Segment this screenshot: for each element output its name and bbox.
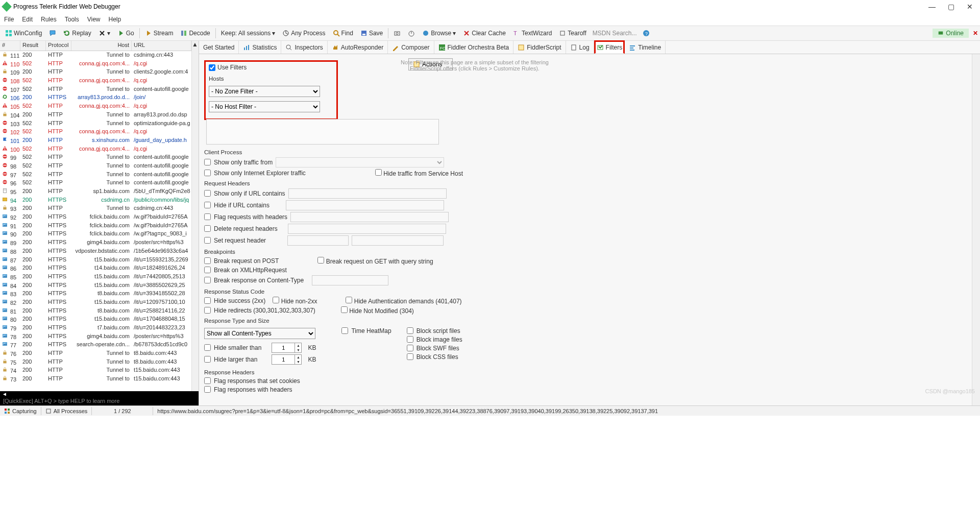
session-row[interactable]: 84200HTTPSt15.baidu.com/it/u=3885502629,…: [0, 281, 191, 290]
block-script-checkbox[interactable]: [407, 327, 413, 334]
session-row[interactable]: 104200HTTPTunnel toarray813.prod.do.dsp: [0, 111, 191, 119]
anyprocess-button[interactable]: Any Process: [279, 29, 328, 38]
session-row[interactable]: 105502HTTPconna.gj.qq.com:4.../q.cgi: [0, 102, 191, 111]
msdn-search-input[interactable]: MSDN Search...: [591, 30, 639, 37]
timer-button[interactable]: [405, 29, 418, 38]
camera-button[interactable]: [390, 29, 404, 38]
url-contains-input[interactable]: [288, 188, 447, 199]
menu-view[interactable]: View: [87, 16, 101, 23]
session-row[interactable]: 107502HTTPTunnel tocontent-autofill.goog…: [0, 85, 191, 94]
close-button[interactable]: ✕: [967, 3, 973, 11]
block-image-checkbox[interactable]: [407, 336, 413, 343]
help-button[interactable]: ?: [640, 29, 653, 38]
hide-2xx-checkbox[interactable]: [204, 297, 211, 304]
break-get-checkbox[interactable]: [317, 257, 324, 264]
col-protocol[interactable]: Protocol: [46, 41, 71, 51]
content-type-combo[interactable]: Show all Content-Types: [204, 328, 315, 339]
hide-redirects-checkbox[interactable]: [204, 307, 211, 314]
session-row[interactable]: 74200HTTPTunnel tot15.baidu.com:443: [0, 366, 191, 375]
session-row[interactable]: 82200HTTPSt15.baidu.com/it/u=1209757100,…: [0, 298, 191, 307]
online-status[interactable]: Online: [933, 29, 969, 38]
flag-hdr-input[interactable]: [290, 212, 449, 222]
session-row[interactable]: 81200HTTPSt8.baidu.com/it/u=2588214116,2…: [0, 307, 191, 316]
col-num[interactable]: #: [0, 41, 20, 51]
menu-edit[interactable]: Edit: [22, 16, 33, 23]
tearoff-button[interactable]: Tearoff: [556, 29, 589, 38]
session-row[interactable]: 96502HTTPTunnel tocontent-autofill.googl…: [0, 179, 191, 187]
hide-smaller-checkbox[interactable]: [204, 344, 211, 351]
session-row[interactable]: 98502HTTPTunnel tocontent-autofill.googl…: [0, 162, 191, 171]
keep-dropdown[interactable]: Keep: All sessions ▾: [218, 29, 278, 38]
session-scrollbar-track[interactable]: [191, 51, 199, 391]
block-swf-checkbox[interactable]: [407, 345, 413, 351]
session-row[interactable]: 75200HTTPTunnel tot8.baidu.com:443: [0, 358, 191, 367]
set-hdr-checkbox[interactable]: [204, 237, 211, 244]
set-hdr-value-input[interactable]: [352, 235, 444, 246]
tab-composer[interactable]: Composer: [388, 41, 434, 54]
capturing-panel[interactable]: Capturing: [0, 407, 41, 415]
tab-inspectors[interactable]: Inspectors: [281, 41, 327, 54]
right-scrollbar[interactable]: [972, 54, 980, 405]
session-scrollbar[interactable]: ▲: [191, 41, 199, 51]
session-row[interactable]: 102502HTTPconna.gj.qq.com:4.../q.cgi: [0, 128, 191, 136]
save-button[interactable]: Save: [357, 29, 386, 38]
tab-fiddlerscript[interactable]: FiddlerScript: [513, 41, 566, 54]
hide-larger-checkbox[interactable]: [204, 356, 211, 363]
session-row[interactable]: 91200HTTPSfclick.baidu.com/w.gif?baiduId…: [0, 222, 191, 230]
session-row[interactable]: 106200HTTPSarray813.prod.do.d.../join/: [0, 93, 191, 102]
flag-resp-hdr-checkbox[interactable]: [204, 386, 211, 393]
session-list[interactable]: 111200HTTPTunnel tocsdnimg.cn:443110502H…: [0, 51, 191, 391]
url-hide-checkbox[interactable]: [204, 202, 211, 208]
session-row[interactable]: 79200HTTPSt7.baidu.com/it/u=2014483223,2…: [0, 324, 191, 332]
decode-button[interactable]: Decode: [177, 29, 213, 38]
url-hide-input[interactable]: [286, 200, 444, 210]
session-row[interactable]: 109200HTTPTunnel toclients2.google.com:4: [0, 68, 191, 77]
actions-button[interactable]: Actions: [408, 58, 453, 70]
session-row[interactable]: 86200HTTPSt14.baidu.com/it/u=1824891626,…: [0, 264, 191, 273]
hosts-textarea[interactable]: [206, 119, 439, 145]
session-row[interactable]: 110502HTTPconna.gj.qq.com:4.../q.cgi: [0, 60, 191, 68]
session-row[interactable]: 85200HTTPSt15.baidu.com/it/u=74420805,25…: [0, 273, 191, 281]
session-row[interactable]: 99502HTTPTunnel tocontent-autofill.googl…: [0, 153, 191, 162]
tab-autoresponder[interactable]: AutoResponder: [328, 41, 388, 54]
zone-filter-combo[interactable]: - No Zone Filter -: [209, 86, 320, 97]
set-hdr-name-input[interactable]: [287, 235, 349, 246]
comment-button[interactable]: [46, 29, 59, 38]
flag-cookies-checkbox[interactable]: [204, 377, 211, 384]
min-button[interactable]: —: [928, 3, 936, 11]
session-row[interactable]: 80200HTTPSt15.baidu.com/it/u=1704688048,…: [0, 315, 191, 324]
del-hdr-checkbox[interactable]: [204, 225, 211, 232]
tab-log[interactable]: Log: [566, 41, 594, 54]
session-row[interactable]: 93200HTTPTunnel tocsdnimg.cn:443: [0, 204, 191, 213]
browse-button[interactable]: Browse ▾: [419, 29, 459, 38]
use-filters-checkbox[interactable]: Use Filters: [209, 64, 247, 71]
break-post-checkbox[interactable]: [204, 257, 211, 264]
session-row[interactable]: 87200HTTPSt15.baidu.com/it/u=155932135,2…: [0, 256, 191, 265]
session-row[interactable]: 90200HTTPSfclick.baidu.com/w.gif?tag=pc_…: [0, 230, 191, 238]
session-row[interactable]: 78200HTTPSgimg4.baidu.com/poster/src=htt…: [0, 332, 191, 341]
menu-file[interactable]: File: [4, 16, 14, 23]
session-row[interactable]: 83200HTTPSt8.baidu.com/it/u=3934185502,2…: [0, 290, 191, 298]
host-filter-combo[interactable]: - No Host Filter -: [209, 101, 320, 112]
tab-timeline[interactable]: Timeline: [625, 41, 666, 54]
replay-button[interactable]: Replay: [60, 29, 94, 38]
session-row[interactable]: 111200HTTPTunnel tocsdnimg.cn:443: [0, 51, 191, 60]
tab-filters[interactable]: Filters: [594, 40, 625, 54]
session-row[interactable]: 95200HTTPsp1.baidu.com/5bU_dTmfKgQFm2e8: [0, 187, 191, 196]
clearcache-button[interactable]: Clear Cache: [460, 29, 509, 38]
session-row[interactable]: 108502HTTPconna.gj.qq.com:4.../q.cgi: [0, 77, 191, 85]
del-hdr-input[interactable]: [288, 224, 446, 234]
session-row[interactable]: 77200HTTPSsearch-operate.cdn.../b678753d…: [0, 341, 191, 349]
break-ct-input[interactable]: [312, 275, 388, 285]
find-button[interactable]: Find: [330, 29, 356, 38]
menu-rules[interactable]: Rules: [41, 16, 57, 23]
tab-getstarted[interactable]: Get Started: [199, 41, 239, 54]
hide-larger-spinner[interactable]: ▲▼: [272, 354, 302, 365]
menu-tools[interactable]: Tools: [65, 16, 79, 23]
textwizard-button[interactable]: TTextWizard: [510, 29, 555, 38]
session-row[interactable]: 88200HTTPSvdposter.bdstatic.com/1b5e64de…: [0, 247, 191, 256]
winconfig-button[interactable]: WinConfig: [2, 29, 45, 38]
stream-button[interactable]: Stream: [142, 29, 177, 38]
session-row[interactable]: 89200HTTPSgimg4.baidu.com/poster/src=htt…: [0, 238, 191, 247]
max-button[interactable]: ▢: [948, 3, 954, 11]
